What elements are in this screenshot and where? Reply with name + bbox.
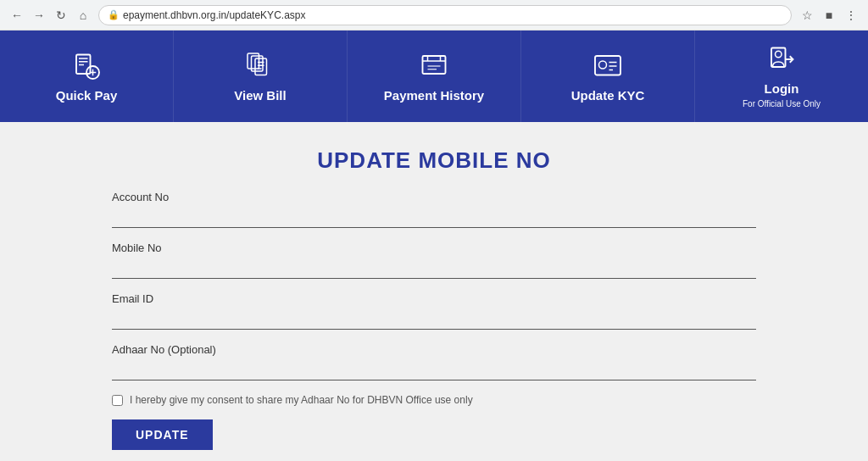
url-text: epayment.dhbvn.org.in/updateKYC.aspx [123,9,305,21]
view-bill-label: View Bill [234,88,286,103]
reload-button[interactable]: ↻ [53,7,70,24]
menu-button[interactable]: ⋮ [843,7,860,24]
svg-rect-13 [423,56,446,74]
login-icon [765,44,798,75]
login-label: Login [765,81,799,96]
adhaar-no-label: Adhaar No (Optional) [112,343,756,356]
browser-actions: ☆ ■ ⋮ [798,7,860,24]
email-id-label: Email ID [112,292,756,305]
back-button[interactable]: ← [8,7,25,24]
update-button[interactable]: UPDATE [112,419,213,450]
mobile-no-label: Mobile No [112,242,756,254]
page-title: UPDATE MOBILE NO [112,147,756,174]
main-content: UPDATE MOBILE NO Account No Mobile No Em… [0,122,868,461]
payment-history-label: Payment History [384,88,484,103]
form-container: UPDATE MOBILE NO Account No Mobile No Em… [86,139,782,461]
quick-pay-icon [70,51,103,81]
nav-item-payment-history[interactable]: Payment History [348,31,521,122]
address-bar[interactable]: 🔒 epayment.dhbvn.org.in/updateKYC.aspx [98,5,792,25]
nav-item-quick-pay[interactable]: Quick Pay [0,31,174,122]
update-kyc-icon [591,51,625,81]
account-no-input[interactable] [112,207,756,228]
payment-history-icon [417,51,451,81]
home-button[interactable]: ⌂ [75,7,92,24]
extension-button[interactable]: ■ [821,7,837,24]
svg-rect-9 [255,58,267,75]
quick-pay-label: Quick Pay [56,88,118,103]
svg-point-26 [776,51,782,58]
nav-bar: Quick Pay View Bill Payment History [0,31,868,122]
mobile-no-group: Mobile No [112,242,756,279]
view-bill-icon [243,51,277,81]
email-id-group: Email ID [112,292,756,330]
nav-item-update-kyc[interactable]: Update KYC [521,31,695,122]
nav-item-view-bill[interactable]: View Bill [174,31,348,122]
account-no-group: Account No [112,191,756,228]
lock-icon: 🔒 [108,9,120,20]
browser-chrome: ← → ↻ ⌂ 🔒 epayment.dhbvn.org.in/updateKY… [0,0,868,31]
adhaar-no-input[interactable] [112,359,756,380]
consent-text: I hereby give my consent to share my Adh… [130,394,473,406]
consent-row: I hereby give my consent to share my Adh… [112,394,756,406]
forward-button[interactable]: → [31,7,47,24]
email-id-input[interactable] [112,308,756,330]
browser-nav-icons: ← → ↻ ⌂ [8,7,92,24]
svg-point-20 [599,61,607,69]
nav-item-login[interactable]: Login For Official Use Only [695,31,868,122]
adhaar-no-group: Adhaar No (Optional) [112,343,756,380]
login-sublabel: For Official Use Only [743,99,821,108]
bookmark-button[interactable]: ☆ [798,7,815,24]
consent-checkbox[interactable] [112,395,123,406]
mobile-no-input[interactable] [112,258,756,279]
update-kyc-label: Update KYC [571,88,645,103]
account-no-label: Account No [112,191,756,203]
